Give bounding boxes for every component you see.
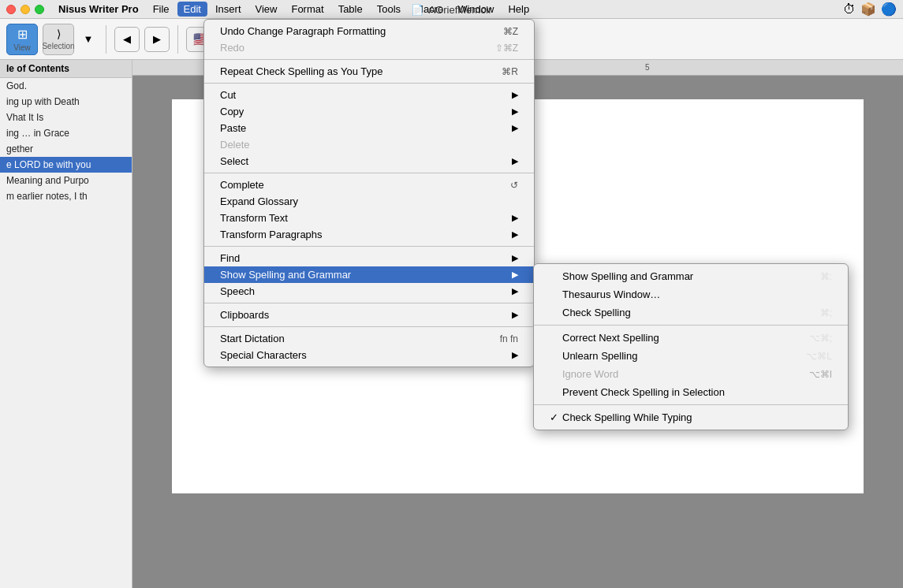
menu-special-chars[interactable]: Special Characters ▶ xyxy=(204,347,534,363)
traffic-lights xyxy=(6,5,44,14)
spelling-submenu: Show Spelling and Grammar ⌘: Thesaurus W… xyxy=(533,263,849,430)
view-button[interactable]: ⊞ View xyxy=(6,24,38,55)
sidebar-item-3[interactable]: ing … in Grace xyxy=(0,125,132,141)
menu-div-6 xyxy=(204,326,534,327)
doc-icon: 📄 xyxy=(411,4,424,16)
menu-tools[interactable]: Tools xyxy=(371,2,407,17)
menu-undo[interactable]: Undo Change Paragraph Formatting ⌘Z xyxy=(204,23,534,39)
submenu-correct-next[interactable]: Correct Next Spelling ⌥⌘; xyxy=(534,329,848,347)
minimize-button[interactable] xyxy=(21,5,30,14)
menu-find[interactable]: Find ▶ xyxy=(204,250,534,266)
submenu-div-2 xyxy=(534,404,848,405)
menu-div-3 xyxy=(204,173,534,173)
menu-help[interactable]: Help xyxy=(502,2,535,17)
close-button[interactable] xyxy=(6,5,16,14)
menu-speech[interactable]: Speech ▶ xyxy=(204,283,534,300)
menu-complete[interactable]: Complete ↺ xyxy=(204,177,534,193)
menu-delete[interactable]: Delete xyxy=(204,136,534,153)
submenu-show-spelling[interactable]: Show Spelling and Grammar ⌘: xyxy=(534,267,848,285)
screentime-icon: ⏱ xyxy=(843,2,856,17)
selection-button[interactable]: ⟩ Selection xyxy=(43,24,74,55)
menu-transform-text[interactable]: Transform Text ▶ xyxy=(204,210,534,226)
view-icon: ⊞ xyxy=(17,27,28,42)
menu-format[interactable]: Format xyxy=(285,2,330,17)
selection-icon: ⟩ xyxy=(57,28,61,40)
sidebar-item-5[interactable]: e LORD be with you xyxy=(0,157,132,173)
submenu-prevent-check[interactable]: Prevent Check Spelling in Selection xyxy=(534,383,848,401)
menu-file[interactable]: File xyxy=(147,2,176,17)
submenu-thesaurus[interactable]: Thesaurus Window… xyxy=(534,285,848,303)
sidebar-header: le of Contents xyxy=(0,60,132,78)
menu-paste[interactable]: Paste ▶ xyxy=(204,120,534,136)
menu-insert[interactable]: Insert xyxy=(209,2,248,17)
sidebar-item-6[interactable]: Meaning and Purpo xyxy=(0,173,132,188)
app-name: Nisus Writer Pro xyxy=(52,3,145,15)
menu-div-5 xyxy=(204,303,534,303)
separator-1 xyxy=(106,25,106,54)
menu-start-dictation[interactable]: Start Dictation fn fn xyxy=(204,330,534,347)
sidebar-item-2[interactable]: Vhat It Is xyxy=(0,110,132,125)
sidebar-item-7[interactable]: m earlier notes, I th xyxy=(0,188,132,204)
menu-view[interactable]: View xyxy=(249,2,284,17)
menu-clipboards[interactable]: Clipboards ▶ xyxy=(204,307,534,323)
menu-div-2 xyxy=(204,83,534,84)
menu-div-1 xyxy=(204,59,534,60)
menu-table[interactable]: Table xyxy=(332,2,369,17)
submenu-ignore-word[interactable]: Ignore Word ⌥⌘I xyxy=(534,365,848,383)
submenu-div-1 xyxy=(534,325,848,326)
maximize-button[interactable] xyxy=(35,5,44,14)
menu-show-spelling[interactable]: Show Spelling and Grammar ▶ Show Spellin… xyxy=(204,266,534,283)
menu-select[interactable]: Select ▶ xyxy=(204,153,534,169)
sidebar: le of Contents God. ing up with Death Vh… xyxy=(0,60,132,588)
dropdown-arrow[interactable]: ▼ xyxy=(79,27,98,52)
back-button[interactable]: ◀ xyxy=(114,27,140,52)
forward-button[interactable]: ▶ xyxy=(144,27,170,52)
submenu-unlearn-spelling[interactable]: Unlearn Spelling ⌥⌘L xyxy=(534,347,848,365)
submenu-check-while-typing[interactable]: ✓ Check Spelling While Typing xyxy=(534,408,848,426)
menu-div-4 xyxy=(204,246,534,247)
sidebar-item-0[interactable]: God. xyxy=(0,78,132,94)
submenu-check-spelling[interactable]: Check Spelling ⌘; xyxy=(534,303,848,322)
other-icon: 🔵 xyxy=(881,2,897,17)
separator-2 xyxy=(177,25,178,54)
menu-copy[interactable]: Copy ▶ xyxy=(204,103,534,120)
menu-edit[interactable]: Edit xyxy=(177,2,207,17)
menu-cut[interactable]: Cut ▶ xyxy=(204,87,534,103)
dropbox-icon: 📦 xyxy=(860,2,876,17)
menu-expand-glossary[interactable]: Expand Glossary xyxy=(204,193,534,210)
sidebar-item-4[interactable]: gether xyxy=(0,141,132,157)
menu-transform-paragraphs[interactable]: Transform Paragraphs ▶ xyxy=(204,226,534,243)
document-title: 📄 AGriefMemoir xyxy=(411,0,491,19)
menu-redo[interactable]: Redo ⇧⌘Z xyxy=(204,39,534,56)
edit-menu: Undo Change Paragraph Formatting ⌘Z Redo… xyxy=(203,19,535,367)
menubar-icons: ⏱ 📦 🔵 xyxy=(843,2,897,17)
menu-repeat-spell[interactable]: Repeat Check Spelling as You Type ⌘R xyxy=(204,63,534,80)
sidebar-item-1[interactable]: ing up with Death xyxy=(0,94,132,110)
menubar: Nisus Writer Pro File Edit Insert View F… xyxy=(0,0,903,19)
